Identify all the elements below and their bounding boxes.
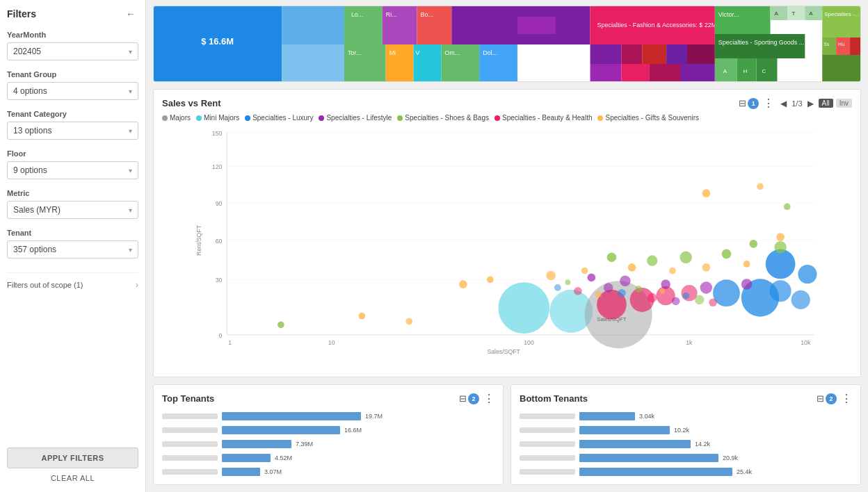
top-tenants-filter-button[interactable]: ⊟ 2 bbox=[459, 393, 479, 404]
filter-value-yearmonth: 202405 bbox=[13, 47, 41, 56]
filter-select-tenant-category[interactable]: 13 options ▾ bbox=[7, 122, 138, 140]
scatter-nav-controls: ◀ 1/3 ▶ All Inv bbox=[778, 98, 852, 109]
scatter-section: Sales vs Rent ⊟ 1 ⋮ ◀ 1/3 ▶ All Inv bbox=[153, 89, 861, 377]
chevron-down-icon: ▾ bbox=[129, 48, 132, 56]
bottom-tenants-filter-button[interactable]: ⊟ 2 bbox=[817, 393, 837, 404]
bottom-tenants-filter-badge: 2 bbox=[826, 393, 837, 404]
table-row: 16.6M bbox=[162, 425, 495, 436]
filter-select-yearmonth[interactable]: 202405 ▾ bbox=[7, 42, 138, 60]
filter-placeholder-tenant-category: 13 options bbox=[13, 126, 51, 136]
scatter-bubble bbox=[588, 274, 596, 282]
sidebar-header: Filters ← bbox=[7, 7, 138, 21]
treemap-label: Mi bbox=[389, 49, 396, 56]
filter-group-metric: Metric Sales (MYR) ▾ bbox=[7, 189, 138, 219]
collapse-sidebar-button[interactable]: ← bbox=[123, 7, 138, 21]
legend-item-luxury: Specialties - Luxury bbox=[245, 114, 313, 122]
legend-dot-mini-majors bbox=[196, 115, 202, 121]
treemap-cell bbox=[590, 44, 622, 64]
scatter-legend: Majors Mini Majors Specialties - Luxury … bbox=[162, 114, 852, 122]
treemap-label: A bbox=[723, 68, 728, 74]
table-row: 10.2k bbox=[520, 425, 852, 436]
bar-value: 7.39M bbox=[296, 441, 313, 448]
filter-placeholder-tenant: 357 options bbox=[13, 245, 56, 254]
filter-label-tenant-category: Tenant Category bbox=[7, 110, 138, 118]
table-row: 14.2k bbox=[520, 438, 852, 450]
treemap-label: Om... bbox=[444, 49, 460, 56]
filter-select-tenant[interactable]: 357 options ▾ bbox=[7, 240, 138, 259]
scatter-chart-controls: ⊟ 1 ⋮ ◀ 1/3 ▶ All Inv bbox=[739, 97, 852, 110]
svg-text:30: 30 bbox=[216, 277, 223, 284]
scatter-bubble bbox=[595, 291, 602, 298]
filter-label-yearmonth: YearMonth bbox=[7, 31, 138, 39]
filter-label-tenant: Tenant bbox=[7, 229, 138, 237]
bar-fill bbox=[222, 440, 291, 448]
bar-fill bbox=[222, 412, 361, 420]
chevron-down-icon: ▾ bbox=[129, 88, 132, 95]
scatter-bubble bbox=[709, 298, 717, 306]
treemap-label: A bbox=[774, 10, 778, 17]
table-row: 25.4k bbox=[520, 466, 852, 477]
scatter-next-button[interactable]: ▶ bbox=[805, 98, 816, 109]
treemap-cell bbox=[822, 55, 860, 82]
bar-label bbox=[162, 469, 218, 475]
scatter-nav-all-button[interactable]: All bbox=[819, 99, 833, 108]
treemap-label: Lo... bbox=[351, 11, 363, 18]
treemap-label: H bbox=[744, 68, 748, 74]
treemap-label: Hu bbox=[838, 42, 844, 47]
svg-text:1k: 1k bbox=[686, 339, 693, 346]
bar-value: 3.04k bbox=[639, 413, 654, 420]
table-row: 4.52M bbox=[162, 452, 495, 464]
filter-select-metric[interactable]: Sales (MYR) ▾ bbox=[7, 201, 138, 219]
scatter-bubble bbox=[749, 240, 757, 248]
top-tenants-more-button[interactable]: ⋮ bbox=[483, 392, 495, 405]
scatter-nav-text: 1/3 bbox=[791, 99, 802, 108]
svg-text:90: 90 bbox=[216, 201, 223, 208]
filter-select-floor[interactable]: 9 options ▾ bbox=[7, 161, 138, 179]
legend-item-majors: Majors bbox=[162, 114, 191, 122]
treemap-label: T bbox=[791, 10, 795, 17]
scatter-bubble bbox=[604, 283, 613, 293]
scatter-plot-svg: 150 120 90 60 30 0 1 10 100 1k 10k Rent/… bbox=[162, 126, 852, 355]
clear-all-button[interactable]: CLEAR ALL bbox=[51, 474, 95, 482]
scatter-bubble bbox=[774, 241, 786, 253]
filter-select-tenant-group[interactable]: 4 options ▾ bbox=[7, 82, 138, 100]
scatter-bubble bbox=[700, 281, 712, 293]
filter-placeholder-floor: 9 options bbox=[13, 165, 47, 175]
scatter-bubble bbox=[798, 265, 817, 284]
apply-filters-button[interactable]: APPLY FILTERS bbox=[7, 448, 138, 468]
bottom-tenants-controls: ⊟ 2 ⋮ bbox=[817, 392, 852, 405]
legend-label-lifestyle: Specialties - Lifestyle bbox=[326, 114, 392, 122]
bottom-tenants-more-button[interactable]: ⋮ bbox=[841, 392, 852, 405]
bar-fill bbox=[579, 426, 670, 434]
scatter-more-button[interactable]: ⋮ bbox=[763, 97, 774, 110]
filters-out-of-scope-label: Filters out of scope (1) bbox=[7, 281, 83, 289]
scatter-nav-inv-button[interactable]: Inv bbox=[836, 99, 852, 108]
treemap-label: Specialties - Sporting Goods ... bbox=[718, 39, 804, 46]
filter-group-yearmonth: YearMonth 202405 ▾ bbox=[7, 31, 138, 60]
treemap-label: Ss bbox=[823, 42, 830, 47]
scatter-bubble bbox=[722, 249, 732, 259]
legend-label-luxury: Specialties - Luxury bbox=[252, 114, 313, 122]
filters-out-of-scope[interactable]: Filters out of scope (1) › bbox=[7, 272, 138, 297]
svg-text:120: 120 bbox=[212, 163, 223, 170]
scatter-bubble bbox=[672, 297, 680, 306]
scatter-bubble bbox=[682, 293, 689, 300]
scatter-prev-button[interactable]: ◀ bbox=[778, 98, 789, 109]
scatter-bubble bbox=[607, 252, 617, 262]
treemap-container: $ 16.6M Lo... Ri... Bo... Tor... Mi V Om… bbox=[154, 6, 860, 82]
scatter-bubble bbox=[620, 275, 631, 286]
scatter-bubble bbox=[565, 279, 570, 285]
table-row: 3.04k bbox=[520, 411, 852, 422]
svg-text:10: 10 bbox=[328, 339, 335, 346]
scatter-filter-button[interactable]: ⊟ 1 bbox=[739, 98, 759, 109]
bar-fill bbox=[222, 426, 340, 434]
scatter-bubble bbox=[459, 280, 467, 288]
scatter-bubble bbox=[757, 183, 764, 190]
scatter-bubble bbox=[498, 282, 549, 334]
bar-label bbox=[162, 441, 218, 447]
bottom-tenants-header: Bottom Tenants ⊟ 2 ⋮ bbox=[520, 392, 852, 405]
sidebar: Filters ← YearMonth 202405 ▾ Tenant Grou… bbox=[0, 0, 146, 492]
top-tenants-chart: Top Tenants ⊟ 2 ⋮ 19.7M bbox=[153, 384, 504, 485]
filter-label-tenant-group: Tenant Group bbox=[7, 70, 138, 79]
legend-label-gifts-souvenirs: Specialties - Gifts & Souvenirs bbox=[605, 114, 699, 122]
